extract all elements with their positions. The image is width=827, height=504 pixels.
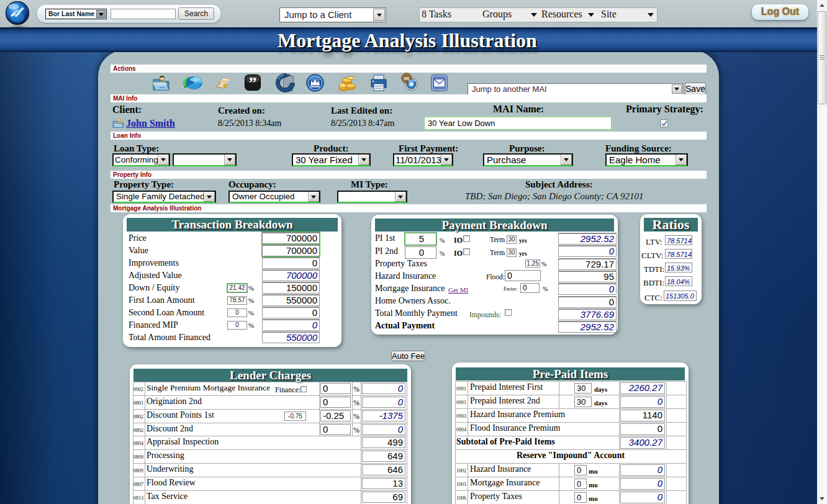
svg-text:”: ” <box>249 74 257 91</box>
